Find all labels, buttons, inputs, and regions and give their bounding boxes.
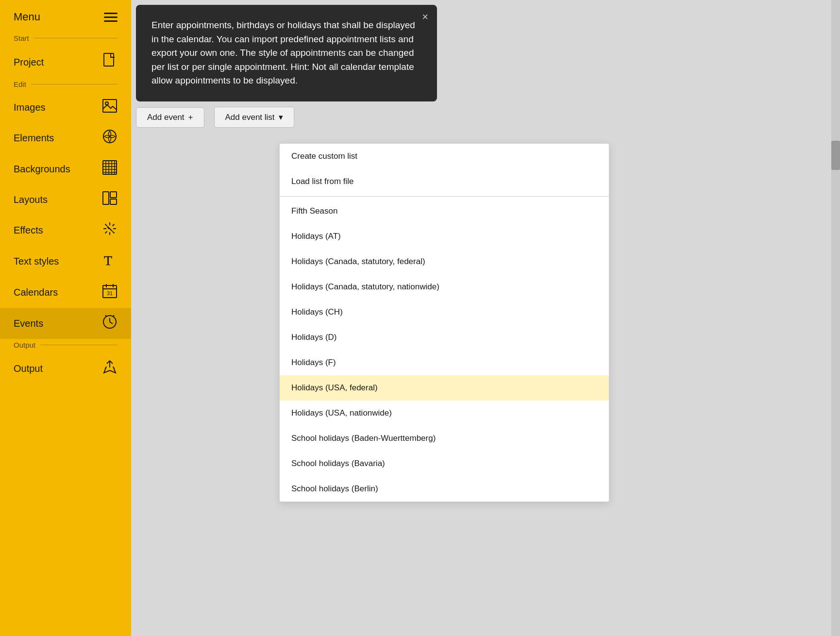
add-event-list-button[interactable]: Add event list ▾ [214,107,294,128]
dropdown-item-holidays-ch[interactable]: Holidays (CH) [280,300,609,325]
sidebar-item-output[interactable]: Output [0,353,131,384]
dropdown-item-holidays-f[interactable]: Holidays (F) [280,350,609,375]
sidebar-item-events[interactable]: Events [0,308,131,339]
svg-rect-15 [110,199,117,204]
sidebar-item-backgrounds[interactable]: Backgrounds [0,153,131,184]
layouts-label: Layouts [14,194,48,205]
edit-divider-line [31,84,118,84]
dropdown-item-create-custom[interactable]: Create custom list [280,144,609,169]
dropdown-arrow-icon: ▾ [279,112,283,122]
svg-line-22 [113,224,115,226]
dropdown-item-school-holidays-berlin[interactable]: School holidays (Berlin) [280,476,609,502]
output-icon [102,360,118,377]
hamburger-icon[interactable] [104,13,118,22]
svg-line-23 [105,232,107,234]
dropdown-item-load-from-file[interactable]: Load list from file [280,169,609,194]
output-divider: Output [0,339,131,353]
sidebar-header: Menu [0,0,131,32]
scrollbar-thumb[interactable] [831,141,840,170]
svg-line-20 [105,224,107,226]
dropdown-item-school-holidays-bavaria[interactable]: School holidays (Bavaria) [280,451,609,476]
sidebar-item-text-styles[interactable]: Text styles T [0,246,131,277]
dropdown-item-holidays-usa-nationwide[interactable]: Holidays (USA, nationwide) [280,401,609,426]
dropdown-item-school-holidays-bw[interactable]: School holidays (Baden-Wuerttemberg) [280,426,609,451]
events-icon [102,315,118,332]
main-content: × Enter appointments, birthdays or holid… [131,0,840,636]
dropdown-menu: Create custom listLoad list from fileFif… [279,143,609,502]
svg-text:31: 31 [107,290,113,296]
start-divider-line [34,38,118,38]
output-item-label: Output [14,363,43,374]
sidebar-item-project[interactable]: Project [0,46,131,78]
edit-label: Edit [14,80,26,88]
sidebar-item-layouts[interactable]: Layouts [0,184,131,215]
sidebar: Menu Start Project Edit Images [0,0,131,636]
scrollbar-track[interactable] [831,0,840,636]
svg-rect-14 [110,192,117,198]
tooltip-text: Enter appointments, birthdays or holiday… [151,20,415,85]
output-label: Output [14,341,35,349]
events-label: Events [14,318,43,329]
backgrounds-icon [102,160,118,178]
sidebar-item-images[interactable]: Images [0,92,131,122]
tooltip-popup: × Enter appointments, birthdays or holid… [136,5,437,101]
sidebar-item-elements[interactable]: Elements [0,122,131,153]
effects-label: Effects [14,225,43,236]
output-divider-line [40,345,118,345]
effects-icon [102,221,118,239]
text-styles-label: Text styles [14,256,59,267]
dropdown-item-holidays-at[interactable]: Holidays (AT) [280,224,609,249]
sidebar-item-calendars[interactable]: Calendars 31 [0,277,131,308]
backgrounds-label: Backgrounds [14,164,70,175]
add-event-list-label: Add event list [225,113,275,122]
svg-rect-1 [103,100,117,112]
project-label: Project [14,57,44,68]
add-event-plus: + [188,113,193,122]
sidebar-item-effects[interactable]: Effects [0,215,131,246]
elements-icon [102,129,118,147]
dropdown-item-holidays-canada-federal[interactable]: Holidays (Canada, statutory, federal) [280,249,609,274]
dropdown-item-holidays-canada-nationwide[interactable]: Holidays (Canada, statutory, nationwide) [280,274,609,300]
dropdown-item-holidays-usa-federal[interactable]: Holidays (USA, federal) [280,375,609,401]
dropdown-separator [280,196,609,197]
dropdown-item-fifth-season[interactable]: Fifth Season [280,199,609,224]
svg-line-24 [107,226,112,231]
svg-line-35 [105,315,106,317]
calendars-icon: 31 [102,284,118,301]
svg-text:T: T [104,253,112,267]
svg-rect-0 [104,53,114,66]
project-icon [102,53,118,71]
add-event-button[interactable]: Add event + [136,107,204,128]
images-label: Images [14,102,46,113]
start-label: Start [14,34,29,42]
layouts-icon [102,191,118,208]
svg-line-36 [113,315,114,317]
svg-line-21 [113,232,115,234]
text-styles-icon: T [102,252,118,270]
calendars-label: Calendars [14,287,58,298]
add-event-label: Add event [147,113,185,122]
svg-rect-13 [103,192,109,204]
add-event-bar: Add event + Add event list ▾ [136,107,294,128]
edit-divider: Edit [0,78,131,92]
start-divider: Start [0,32,131,46]
images-icon [102,99,118,116]
tooltip-close-button[interactable]: × [422,12,428,22]
svg-line-34 [110,322,113,324]
menu-label: Menu [14,11,40,23]
elements-label: Elements [14,133,54,144]
svg-point-2 [105,102,108,105]
dropdown-item-holidays-d[interactable]: Holidays (D) [280,325,609,350]
